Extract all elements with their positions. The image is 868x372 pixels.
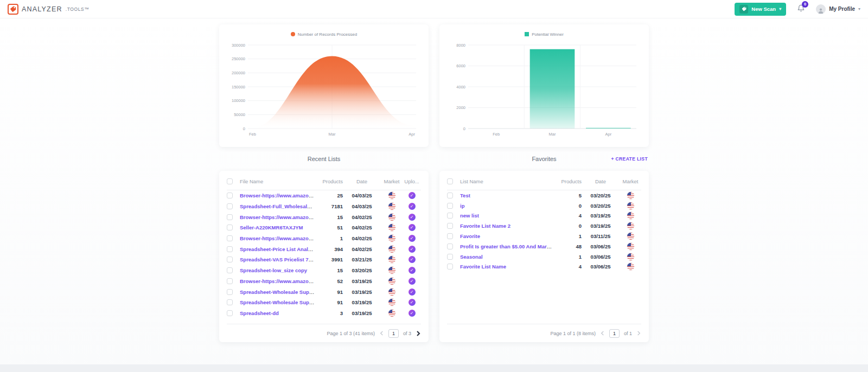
us-flag-icon <box>627 202 634 209</box>
products-count: 1 <box>319 235 343 241</box>
column-products: Products <box>319 178 343 184</box>
legend-label: Number of Records Processed <box>298 32 357 37</box>
table-row: Browser-https://www.amazon.com/Ricola-Co… <box>227 233 421 244</box>
row-checkbox[interactable] <box>227 278 233 284</box>
favorites-title: Favorites <box>532 156 556 162</box>
list-name-link[interactable]: Spreadsheet-VAS Pricelist 7-24-23_173739… <box>240 256 319 262</box>
list-name-link[interactable]: ip <box>460 203 464 209</box>
us-flag-icon <box>388 224 395 231</box>
svg-text:Feb: Feb <box>493 132 500 137</box>
table-row: Favorite List Name 2003/19/25 <box>447 221 641 231</box>
page-number-input[interactable] <box>388 329 399 338</box>
table-row: Browser-https://www.amazon.com/Razer-Bla… <box>227 190 421 201</box>
row-date: 03/06/25 <box>582 243 620 249</box>
profile-menu[interactable]: My Profile ▾ <box>816 4 860 14</box>
select-all-checkbox[interactable] <box>447 178 453 184</box>
notifications-button[interactable]: 0 <box>797 4 805 15</box>
list-name-link[interactable]: Seasonal <box>460 254 483 260</box>
svg-text:Apr: Apr <box>605 132 611 137</box>
row-checkbox[interactable] <box>447 193 453 198</box>
list-name-link[interactable]: Spreadsheet-Price List Analyzer Video Te… <box>240 246 319 252</box>
row-checkbox[interactable] <box>447 213 453 219</box>
list-name-link[interactable]: Browser-https://www.amazon.com/Duracell-… <box>240 214 319 220</box>
list-name-link[interactable]: Favorite List Name 2 <box>460 223 510 229</box>
list-name-link[interactable]: Profit Is greater than $5.00 And Margin … <box>460 243 558 249</box>
svg-text:Apr: Apr <box>409 132 415 137</box>
list-name-link[interactable]: Browser-https://www.amazon.com/s?me=A1XJ… <box>240 278 319 284</box>
row-checkbox[interactable] <box>227 299 233 305</box>
next-page-button[interactable] <box>636 331 641 336</box>
page-footer-strip <box>0 364 868 372</box>
row-checkbox[interactable] <box>227 225 233 230</box>
us-flag-icon <box>388 267 395 274</box>
upload-success-icon: ✓ <box>409 256 416 263</box>
favorites-pagination: Page 1 of 1 (8 items) of 1 <box>447 324 641 342</box>
list-name-link[interactable]: Favorite List Name <box>460 264 506 270</box>
list-name-link[interactable]: Test <box>460 193 470 198</box>
us-flag-icon <box>627 243 634 250</box>
chevron-right-icon <box>416 331 421 336</box>
table-row: Spreadsheet-Price List Analyzer Video Te… <box>227 243 421 254</box>
list-name-link[interactable]: Spreadsheet-Wholesale Supply TST - Sheet… <box>240 289 319 295</box>
us-flag-icon <box>388 203 395 210</box>
brand-suffix: .TOOLS™ <box>66 7 90 12</box>
row-checkbox[interactable] <box>447 254 453 260</box>
list-name-link[interactable]: Spreadsheet-dd <box>240 310 279 316</box>
create-list-button[interactable]: + CREATE LIST <box>611 156 648 162</box>
row-checkbox[interactable] <box>227 193 233 198</box>
us-flag-icon <box>627 233 634 240</box>
list-name-link[interactable]: Spreadsheet-Wholesale Supply TST - Sheet… <box>240 299 319 305</box>
table-row: Spreadsheet-Wholesale Supply TST - Sheet… <box>227 297 421 308</box>
row-checkbox[interactable] <box>447 243 453 249</box>
products-count: 91 <box>319 299 343 305</box>
table-row: Spreadsheet-Wholesale Supply TST - Sheet… <box>227 286 421 297</box>
next-page-button[interactable] <box>416 331 421 336</box>
page-number-input[interactable] <box>609 329 620 338</box>
row-checkbox[interactable] <box>447 264 453 270</box>
chevron-right-icon <box>636 331 641 336</box>
list-name-link[interactable]: Seller-A220KMR6TAXJYM <box>240 225 303 230</box>
row-checkbox[interactable] <box>447 233 453 239</box>
table-row: Test503/20/25 <box>447 190 641 201</box>
products-count: 52 <box>319 278 343 284</box>
favorites-header: Favorites + CREATE LIST <box>439 147 649 171</box>
recent-lists-title: Recent Lists <box>308 156 341 162</box>
products-count: 25 <box>319 193 343 198</box>
list-name-link[interactable]: Browser-https://www.amazon.com/Ricola-Co… <box>240 235 319 241</box>
avatar <box>816 4 826 14</box>
chevron-left-icon <box>379 331 384 336</box>
us-flag-icon <box>388 299 395 306</box>
list-name-link[interactable]: Browser-https://www.amazon.com/Razer-Bla… <box>240 193 319 198</box>
svg-text:150000: 150000 <box>232 85 245 89</box>
row-checkbox[interactable] <box>447 223 453 229</box>
prev-page-button[interactable] <box>600 331 605 336</box>
row-checkbox[interactable] <box>227 235 233 241</box>
table-row: Profit Is greater than $5.00 And Margin … <box>447 241 641 252</box>
app-logo[interactable]: ANALYZER .TOOLS™ <box>8 4 89 15</box>
list-name-link[interactable]: new list <box>460 213 479 219</box>
new-scan-button[interactable]: New Scan ▾ <box>735 3 786 16</box>
page-of-label: of 3 <box>403 331 411 336</box>
products-count: 3 <box>319 310 343 316</box>
row-checkbox[interactable] <box>227 256 233 262</box>
potential-winner-bar-chart: 02000400060008000FebMarApr <box>446 40 641 140</box>
list-name-link[interactable]: Spreadsheet-Full_Wholesale_List_Carsha_2… <box>240 203 319 209</box>
products-count: 1 <box>558 233 582 239</box>
row-checkbox[interactable] <box>447 203 453 209</box>
list-name-link[interactable]: Favorite <box>460 233 480 239</box>
prev-page-button[interactable] <box>379 331 384 336</box>
column-date: Date <box>343 178 381 184</box>
us-flag-icon <box>627 253 634 260</box>
row-checkbox[interactable] <box>227 246 233 252</box>
row-date: 04/02/25 <box>343 235 381 241</box>
row-checkbox[interactable] <box>227 214 233 220</box>
row-checkbox[interactable] <box>227 289 233 295</box>
row-checkbox[interactable] <box>227 203 233 209</box>
list-name-link[interactable]: Spreadsheet-low_size copy <box>240 267 307 273</box>
row-checkbox[interactable] <box>227 310 233 316</box>
select-all-checkbox[interactable] <box>227 178 233 184</box>
table-row: new list403/19/25 <box>447 211 641 221</box>
row-date: 03/21/25 <box>343 256 381 262</box>
us-flag-icon <box>388 235 395 242</box>
row-checkbox[interactable] <box>227 267 233 273</box>
